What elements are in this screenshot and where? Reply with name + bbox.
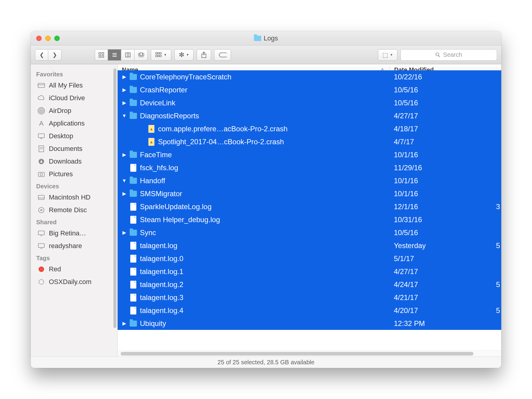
file-date: Yesterday5 — [390, 241, 501, 250]
sidebar-item[interactable]: Pictures — [31, 168, 117, 180]
window-title-group: Logs — [31, 34, 501, 42]
file-row[interactable]: ▶FaceTime10/1/16 — [118, 148, 501, 161]
file-icon — [130, 281, 137, 288]
file-row[interactable]: ▶CrashReporter10/5/16 — [118, 83, 501, 96]
file-row[interactable]: fsck_hfs.log11/29/16 — [118, 161, 501, 174]
sidebar-item[interactable]: AApplications — [31, 117, 117, 130]
file-name: talagent.log.0 — [140, 254, 183, 263]
file-name: SparkleUpdateLog.log — [140, 203, 212, 211]
svg-point-26 — [40, 110, 42, 112]
folder-icon — [254, 36, 261, 41]
documents-icon — [37, 145, 45, 152]
file-date: 4/20/175 — [390, 306, 501, 315]
tags-button[interactable] — [214, 49, 231, 61]
file-row[interactable]: ▶CoreTelephonyTraceScratch10/22/16 — [118, 70, 501, 83]
sidebar-scrollbar[interactable] — [113, 69, 116, 328]
sidebar-item[interactable]: Documents — [31, 142, 117, 155]
sidebar-item[interactable]: Downloads — [31, 155, 117, 168]
minimize-button[interactable] — [45, 36, 51, 41]
file-row[interactable]: Steam Helper_debug.log10/31/16 — [118, 213, 501, 226]
file-name: Steam Helper_debug.log — [140, 215, 220, 224]
disclosure-triangle-icon[interactable]: ▶ — [122, 230, 127, 235]
toolbar: ❮ ❯ ▼ ✻ ▼ — [31, 46, 501, 64]
share-button[interactable] — [197, 49, 211, 61]
body: FavoritesAll My FilesiCloud DriveAirDrop… — [31, 64, 501, 356]
file-row[interactable]: ▶Sync10/5/16 — [118, 226, 501, 239]
file-name: FaceTime — [140, 151, 172, 159]
svg-point-40 — [41, 209, 42, 211]
zoom-button[interactable] — [54, 36, 60, 41]
search-icon — [435, 52, 441, 58]
hdd-icon — [37, 194, 45, 201]
file-row[interactable]: ▶SMSMigrator10/1/16 — [118, 187, 501, 200]
file-date: 10/31/16 — [390, 215, 501, 224]
dropbox-button[interactable]: ⬚ ▼ — [378, 49, 397, 61]
disclosure-triangle-icon[interactable]: ▶ — [122, 87, 127, 93]
file-row[interactable]: ▶DeviceLink10/5/16 — [118, 96, 501, 109]
file-row[interactable]: talagent.log.05/1/17 — [118, 252, 501, 265]
forward-button[interactable]: ❯ — [48, 49, 62, 61]
file-row[interactable]: ▲Spotlight_2017-04…cBook-Pro-2.crash4/7/… — [118, 135, 501, 148]
file-icon — [130, 268, 137, 275]
pictures-icon — [37, 171, 45, 177]
arrange-button[interactable]: ▼ — [151, 49, 171, 61]
sidebar-item[interactable]: Macintosh HD — [31, 191, 117, 204]
sidebar-item[interactable]: Red — [31, 263, 117, 276]
disclosure-triangle-icon[interactable]: ▶ — [122, 191, 127, 196]
sidebar-item[interactable]: iCloud Drive — [31, 92, 117, 104]
file-name: Sync — [140, 228, 156, 237]
disclosure-triangle-icon[interactable]: ▼ — [122, 178, 127, 184]
disclosure-triangle-icon[interactable]: ▶ — [122, 74, 127, 80]
sidebar-item[interactable]: All My Files — [31, 79, 117, 92]
disclosure-triangle-icon[interactable]: ▼ — [122, 113, 127, 119]
folder-icon — [130, 73, 137, 81]
folder-icon — [130, 320, 137, 327]
back-button[interactable]: ❮ — [35, 49, 48, 61]
file-row[interactable]: talagent.log.14/27/17 — [118, 265, 501, 278]
file-row[interactable]: ▼Handoff10/1/16 — [118, 174, 501, 187]
search-input[interactable]: Search — [401, 49, 497, 61]
file-row[interactable]: talagent.log.24/24/175 — [118, 278, 501, 291]
crash-file-icon: ▲ — [148, 138, 155, 145]
icon-view-button[interactable] — [95, 49, 108, 61]
horizontal-scrollbar-track[interactable] — [118, 350, 501, 356]
file-row[interactable]: ▼DiagnosticReports4/27/17 — [118, 109, 501, 122]
sidebar-item[interactable]: Big Retina… — [31, 227, 117, 240]
file-row[interactable]: talagent.logYesterday5 — [118, 239, 501, 252]
file-row[interactable]: talagent.log.34/21/17 — [118, 291, 501, 304]
list-view-button[interactable] — [108, 49, 121, 61]
column-view-button[interactable] — [121, 49, 135, 61]
sidebar-item[interactable]: Desktop — [31, 130, 117, 142]
action-button[interactable]: ✻ ▼ — [174, 49, 194, 61]
disclosure-triangle-icon[interactable]: ▶ — [122, 321, 127, 326]
chevron-down-icon: ▼ — [186, 53, 189, 56]
horizontal-scrollbar-thumb[interactable] — [121, 352, 473, 356]
file-list[interactable]: ▶CoreTelephonyTraceScratch10/22/16▶Crash… — [118, 70, 501, 350]
file-row[interactable]: talagent.log.44/20/175 — [118, 304, 501, 317]
file-date: 4/24/175 — [390, 280, 501, 289]
file-name: com.apple.prefere…acBook-Pro-2.crash — [158, 125, 288, 133]
disclosure-triangle-icon[interactable]: ▶ — [122, 152, 127, 158]
sidebar-item[interactable]: readyshare — [31, 240, 117, 252]
svg-rect-19 — [160, 55, 161, 57]
file-row[interactable]: SparkleUpdateLog.log12/1/163 — [118, 200, 501, 213]
share-icon — [201, 52, 207, 58]
file-date: 12:32 PM — [390, 319, 501, 328]
sidebar-section-title: Favorites — [31, 69, 117, 79]
file-date: 4/27/17 — [390, 112, 501, 120]
sidebar-item-label: All My Files — [49, 81, 83, 89]
disclosure-triangle-icon[interactable]: ▶ — [122, 100, 127, 106]
sidebar-item-label: readyshare — [49, 242, 82, 250]
close-button[interactable] — [36, 36, 42, 41]
arrange-icon — [155, 52, 162, 58]
file-icon — [130, 294, 137, 301]
file-row[interactable]: ▶Ubiquity12:32 PM — [118, 317, 501, 330]
sidebar-item[interactable]: OSXDaily.com — [31, 276, 117, 288]
file-row[interactable]: ▲com.apple.prefere…acBook-Pro-2.crash4/1… — [118, 122, 501, 135]
sidebar-item-label: AirDrop — [49, 107, 71, 115]
sidebar-item[interactable]: AirDrop — [31, 104, 117, 117]
traffic-lights — [36, 36, 60, 41]
sidebar-item[interactable]: Remote Disc — [31, 204, 117, 216]
svg-rect-10 — [140, 53, 142, 56]
coverflow-view-button[interactable] — [135, 49, 148, 61]
